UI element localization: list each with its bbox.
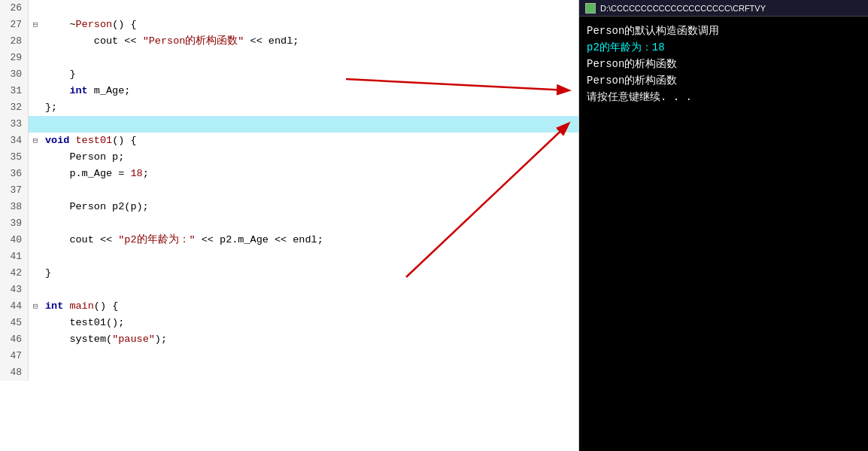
code-line-48: 48 (0, 364, 578, 381)
fold-48 (29, 364, 42, 381)
code-line-46: 46 system("pause"); (0, 331, 578, 348)
fold-27[interactable]: ⊟ (29, 17, 42, 33)
code-line-45: 45 test01(); (0, 315, 578, 331)
line-num-33: 33 (0, 116, 29, 133)
terminal-panel: D:\CCCCCCCCCCCCCCCCCCCC\CRFTVY Person的默认… (579, 0, 868, 451)
code-35: Person p; (42, 149, 124, 166)
code-30: } (42, 66, 76, 83)
fold-47 (29, 348, 42, 364)
code-line-32: 32 }; (0, 99, 578, 116)
line-num-40: 40 (0, 232, 29, 248)
code-line-33: 33 (0, 116, 578, 133)
code-line-39: 39 (0, 215, 578, 232)
fold-36 (29, 166, 42, 182)
code-37 (42, 182, 45, 199)
line-num-44: 44 (0, 298, 29, 315)
line-num-37: 37 (0, 182, 29, 199)
fold-42 (29, 265, 42, 282)
code-43 (42, 282, 45, 298)
fold-44[interactable]: ⊟ (29, 298, 42, 315)
line-num-27: 27 (0, 17, 29, 33)
code-46: system("pause"); (42, 331, 167, 348)
code-48 (42, 364, 45, 381)
fold-29 (29, 50, 42, 66)
code-34: void test01() { (42, 133, 137, 149)
code-29 (42, 50, 45, 66)
fold-35 (29, 149, 42, 166)
code-44: int main() { (42, 298, 118, 315)
fold-34[interactable]: ⊟ (29, 133, 42, 149)
code-line-42: 42 } (0, 265, 578, 282)
code-line-26: 26 (0, 0, 578, 17)
code-line-36: 36 p.m_Age = 18; (0, 166, 578, 182)
line-num-43: 43 (0, 282, 29, 298)
code-panel: 26 27 ⊟ ~Person() { 28 cout << "Person的析… (0, 0, 579, 451)
code-line-29: 29 (0, 50, 578, 66)
code-36: p.m_Age = 18; (42, 166, 149, 182)
code-26 (42, 0, 45, 17)
fold-43 (29, 282, 42, 298)
code-line-30: 30 } (0, 66, 578, 83)
code-line-43: 43 (0, 282, 578, 298)
terminal-line-1: Person的默认构造函数调用 (587, 23, 860, 39)
code-45: test01(); (42, 315, 124, 331)
code-39 (42, 215, 45, 232)
fold-32 (29, 99, 42, 116)
code-line-28: 28 cout << "Person的析构函数" << endl; (0, 33, 578, 50)
line-num-36: 36 (0, 166, 29, 182)
code-line-27: 27 ⊟ ~Person() { (0, 17, 578, 33)
terminal-line-3: Person的析构函数 (587, 56, 860, 72)
code-line-35: 35 Person p; (0, 149, 578, 166)
terminal-icon (585, 3, 596, 14)
line-num-39: 39 (0, 215, 29, 232)
fold-41 (29, 248, 42, 265)
terminal-title: D:\CCCCCCCCCCCCCCCCCCCC\CRFTVY (600, 4, 766, 13)
line-num-46: 46 (0, 331, 29, 348)
main-container: 26 27 ⊟ ~Person() { 28 cout << "Person的析… (0, 0, 868, 451)
code-27: ~Person() { (42, 17, 137, 33)
fold-28 (29, 33, 42, 50)
line-num-31: 31 (0, 83, 29, 99)
code-38: Person p2(p); (42, 199, 149, 215)
code-31: int m_Age; (42, 83, 130, 99)
code-42: } (42, 265, 51, 282)
line-num-30: 30 (0, 66, 29, 83)
code-40: cout << "p2的年龄为：" << p2.m_Age << endl; (42, 232, 323, 248)
terminal-line-5: 请按任意键继续. . . (587, 89, 860, 105)
line-num-48: 48 (0, 364, 29, 381)
line-num-35: 35 (0, 149, 29, 166)
terminal-titlebar: D:\CCCCCCCCCCCCCCCCCCCC\CRFTVY (579, 0, 868, 17)
fold-46 (29, 331, 42, 348)
code-line-47: 47 (0, 348, 578, 364)
code-lines: 26 27 ⊟ ~Person() { 28 cout << "Person的析… (0, 0, 578, 381)
line-num-41: 41 (0, 248, 29, 265)
terminal-line-4: Person的析构函数 (587, 72, 860, 89)
fold-30 (29, 66, 42, 83)
fold-38 (29, 199, 42, 215)
line-num-28: 28 (0, 33, 29, 50)
code-41 (42, 248, 45, 265)
line-num-32: 32 (0, 99, 29, 116)
code-line-31: 31 int m_Age; (0, 83, 578, 99)
code-47 (42, 348, 45, 364)
fold-39 (29, 215, 42, 232)
terminal-body: Person的默认构造函数调用 p2的年龄为：18 Person的析构函数 Pe… (579, 17, 868, 451)
line-num-47: 47 (0, 348, 29, 364)
line-num-42: 42 (0, 265, 29, 282)
fold-33 (29, 116, 42, 133)
line-num-26: 26 (0, 0, 29, 17)
code-line-38: 38 Person p2(p); (0, 199, 578, 215)
code-line-41: 41 (0, 248, 578, 265)
code-32: }; (42, 99, 57, 116)
fold-26 (29, 0, 42, 17)
code-28: cout << "Person的析构函数" << endl; (42, 33, 299, 50)
code-line-34: 34 ⊟ void test01() { (0, 133, 578, 149)
terminal-line-2: p2的年龄为：18 (587, 39, 860, 56)
fold-45 (29, 315, 42, 331)
fold-40 (29, 232, 42, 248)
line-num-29: 29 (0, 50, 29, 66)
code-line-37: 37 (0, 182, 578, 199)
fold-31 (29, 83, 42, 99)
code-33 (42, 116, 45, 133)
line-num-34: 34 (0, 133, 29, 149)
